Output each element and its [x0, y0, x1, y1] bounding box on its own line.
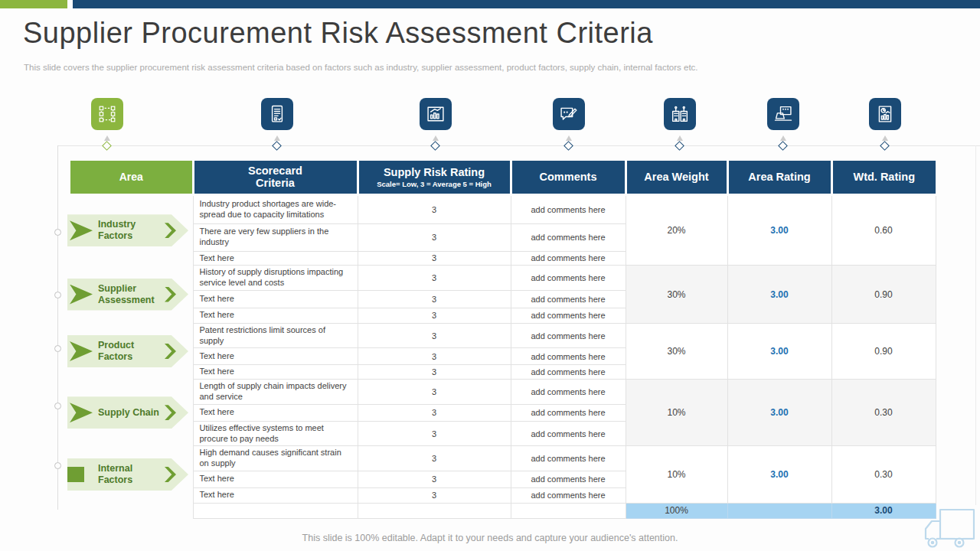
criteria-cell[interactable]: Text here — [193, 471, 358, 487]
connector-diamond-icon — [430, 141, 440, 151]
wtd-rating-cell: 0.60 — [831, 194, 936, 266]
connector-diamond-icon — [102, 141, 112, 151]
truck-icon — [919, 507, 980, 551]
criteria-cell[interactable]: Text here — [193, 365, 358, 380]
area-label: Supplier Assessment — [67, 279, 188, 311]
comments-cell[interactable]: add comments here — [511, 223, 626, 251]
area-weight-cell: 30% — [626, 323, 727, 380]
area-label-text: Supply Chain — [98, 407, 164, 419]
connector-pin-icon — [566, 135, 572, 141]
comments-cell[interactable]: add comments here — [511, 266, 626, 291]
table-row: Product FactorsPatent restrictions limit… — [70, 323, 936, 348]
area-label-text: Internal Factors — [98, 463, 164, 486]
risk-rating-cell: 3 — [358, 223, 511, 251]
column-header-area-weight: Area Weight — [626, 161, 727, 194]
risk-rating-cell: 3 — [358, 251, 511, 266]
editable-note: This slide is 100% editable. Adapt it to… — [0, 533, 980, 543]
comments-cell[interactable]: add comments here — [511, 421, 626, 446]
connector-diamond-icon — [675, 141, 684, 151]
column-header-comments: Comments — [511, 161, 626, 194]
risk-rating-cell: 3 — [358, 404, 511, 421]
column-header-supply-risk-rating: Supply Risk RatingScale= Low, 3 = Averag… — [358, 161, 511, 194]
risk-rating-cell: 3 — [358, 348, 511, 365]
criteria-cell: History of supply disruptions impacting … — [193, 266, 358, 291]
criteria-cell[interactable]: Text here — [193, 251, 358, 266]
column-header-wtd-rating: Wtd. Rating — [831, 161, 936, 194]
comments-cell[interactable]: add comments here — [511, 308, 626, 323]
connector-diamond-icon — [272, 141, 282, 151]
wtd-rating-cell: 0.90 — [831, 323, 936, 380]
risk-rating-cell: 3 — [358, 471, 511, 487]
comments-cell[interactable]: add comments here — [511, 251, 626, 266]
comments-cell[interactable]: add comments here — [511, 380, 626, 405]
comments-cell[interactable]: add comments here — [511, 471, 626, 487]
area-label-text: Industry Factors — [98, 219, 164, 242]
risk-scale-note: Scale= Low, 3 = Average 5 = High — [359, 180, 510, 188]
area-rating-cell: 3.00 — [727, 194, 831, 266]
comments-cell[interactable]: add comments here — [511, 446, 626, 471]
top-accent-bar-green — [0, 0, 67, 8]
risk-assessment-table: AreaScorecard CriteriaSupply Risk Rating… — [70, 161, 936, 519]
criteria-cell[interactable]: Text here — [193, 404, 358, 421]
area-rating-cell: 3.00 — [727, 323, 831, 380]
timeline-vertical-connector-left — [57, 145, 58, 510]
top-accent-bar-blue — [73, 0, 980, 8]
comments-edit-icon — [553, 98, 585, 130]
area-label: Supply Chain — [67, 396, 188, 429]
risk-rating-cell: 3 — [358, 323, 511, 348]
timeline-horizontal-connector — [57, 145, 980, 146]
comments-cell[interactable]: add comments here — [511, 404, 626, 421]
area-weight-cell: 30% — [626, 266, 727, 324]
comments-cell[interactable]: add comments here — [511, 290, 626, 308]
connector-diamond-icon — [564, 141, 573, 151]
total-weight-cell: 100% — [626, 503, 727, 518]
criteria-cell[interactable]: Text here — [193, 487, 358, 503]
risk-rating-cell: 3 — [358, 487, 511, 503]
criteria-cell[interactable]: Text here — [193, 290, 358, 308]
criteria-cell: There are very few suppliers in the indu… — [193, 223, 358, 251]
risk-rating-cell: 3 — [358, 290, 511, 308]
wtd-rating-cell: 0.30 — [831, 446, 936, 504]
comments-cell[interactable]: add comments here — [511, 365, 626, 380]
risk-rating-cell: 3 — [358, 194, 511, 223]
table-row: Supplier AssessmentHistory of supply dis… — [70, 266, 936, 291]
column-header-area: Area — [70, 161, 193, 194]
criteria-cell: Utilizes effective systems to meet procu… — [193, 421, 358, 446]
slide: Supplier Procurement Risk Assessment Cri… — [0, 0, 980, 551]
area-cell — [70, 503, 193, 518]
area-weight-cell: 20% — [626, 194, 727, 266]
diagram-nodes-icon — [91, 98, 123, 130]
area-cell: Supply Chain — [70, 380, 193, 446]
comments-cell[interactable]: add comments here — [511, 323, 626, 348]
risk-rating-cell: 3 — [358, 421, 511, 446]
wtd-rating-report-icon — [869, 98, 901, 130]
slide-subtitle: This slide covers the supplier procureme… — [24, 63, 698, 72]
table-row: Supply ChainLength of supply chain impac… — [70, 380, 936, 405]
connector-diamond-icon — [778, 141, 788, 151]
timeline-vertical-connector-right — [975, 145, 976, 505]
table-row: Industry FactorsIndustry product shortag… — [70, 194, 936, 223]
scorecard-document-icon — [261, 98, 293, 130]
area-rating-cell: 3.00 — [727, 446, 831, 504]
connector-pin-icon — [104, 135, 110, 141]
risk-rating-cell: 3 — [358, 266, 511, 291]
table-header-row: AreaScorecard CriteriaSupply Risk Rating… — [70, 161, 936, 194]
connector-pin-icon — [433, 135, 439, 141]
comments-cell[interactable]: add comments here — [511, 348, 626, 365]
comments-cell[interactable]: add comments here — [511, 194, 626, 223]
comments-cell[interactable]: add comments here — [511, 487, 626, 503]
area-label-text: Product Factors — [98, 340, 164, 363]
criteria-cell: High demand causes significant strain on… — [193, 446, 358, 471]
criteria-cell[interactable]: Text here — [193, 308, 358, 323]
criteria-cell[interactable]: Text here — [193, 348, 358, 365]
area-weight-cell: 10% — [626, 446, 727, 504]
criteria-cell: Length of supply chain impacts delivery … — [193, 380, 358, 405]
risk-rating-cell: 3 — [358, 308, 511, 323]
timeline-circle-marker — [54, 462, 61, 469]
criteria-cell: Industry product shortages are wide-spre… — [193, 194, 358, 223]
area-rating-cell: 3.00 — [727, 380, 831, 446]
area-cell: Product Factors — [70, 323, 193, 380]
area-cell: Industry Factors — [70, 194, 193, 266]
criteria-cell: Patent restrictions limit sources of sup… — [193, 323, 358, 348]
connector-pin-icon — [780, 135, 786, 141]
